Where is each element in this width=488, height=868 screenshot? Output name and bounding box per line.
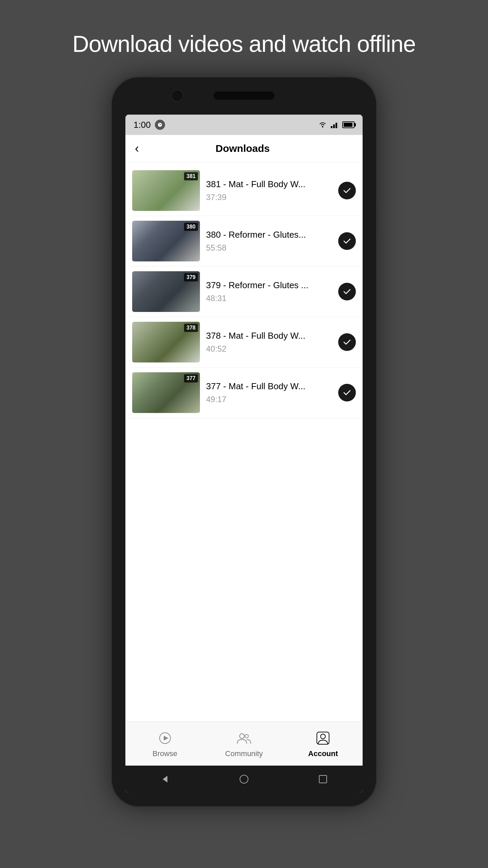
- volume-up-button: [109, 179, 112, 203]
- video-badge: 381: [184, 172, 198, 180]
- video-info: 379 - Reformer - Glutes ... 48:31: [206, 280, 332, 303]
- video-title: 380 - Reformer - Glutes...: [206, 230, 332, 240]
- svg-point-8: [240, 734, 244, 738]
- download-item[interactable]: 377 377 - Mat - Full Body W... 49:17: [125, 368, 363, 418]
- video-badge: 380: [184, 223, 198, 231]
- bottom-nav: Browse Community: [125, 722, 363, 766]
- video-duration: 55:58: [206, 243, 332, 253]
- status-time: 1:00: [134, 120, 151, 130]
- account-label: Account: [308, 749, 338, 758]
- svg-rect-3: [333, 124, 335, 128]
- nav-item-account[interactable]: Account: [303, 730, 343, 758]
- battery-icon: [342, 121, 354, 128]
- downloaded-check-icon: [338, 333, 356, 351]
- video-duration: 48:31: [206, 294, 332, 303]
- power-button: [376, 206, 379, 233]
- android-recents-btn[interactable]: [314, 771, 331, 788]
- video-info: 377 - Mat - Full Body W... 49:17: [206, 381, 332, 404]
- notification-icon: [155, 120, 165, 130]
- video-duration: 49:17: [206, 395, 332, 404]
- app-header: ‹ Downloads: [125, 135, 363, 162]
- downloaded-check-icon: [338, 384, 356, 401]
- downloaded-check-icon: [338, 182, 356, 199]
- video-thumbnail: 380: [132, 221, 200, 261]
- signal-icon: [331, 121, 339, 128]
- community-label: Community: [225, 749, 263, 758]
- downloaded-check-icon: [338, 232, 356, 250]
- video-title: 378 - Mat - Full Body W...: [206, 331, 332, 341]
- phone-screen: 1:00: [125, 115, 363, 793]
- video-thumbnail: 381: [132, 170, 200, 211]
- status-right: [318, 121, 354, 129]
- download-item[interactable]: 378 378 - Mat - Full Body W... 40:52: [125, 317, 363, 368]
- android-back-btn[interactable]: [157, 771, 174, 788]
- video-title: 377 - Mat - Full Body W...: [206, 381, 332, 392]
- wifi-icon: [318, 121, 327, 129]
- android-nav: [125, 766, 363, 793]
- nav-item-browse[interactable]: Browse: [145, 730, 185, 758]
- video-thumbnail: 379: [132, 271, 200, 312]
- video-info: 381 - Mat - Full Body W... 37:39: [206, 179, 332, 202]
- video-badge: 379: [184, 273, 198, 281]
- video-duration: 40:52: [206, 344, 332, 354]
- video-title: 381 - Mat - Full Body W...: [206, 179, 332, 190]
- phone-frame: 1:00: [112, 77, 376, 806]
- phone-speaker: [214, 92, 274, 100]
- svg-rect-2: [331, 126, 332, 128]
- download-item[interactable]: 380 380 - Reformer - Glutes... 55:58: [125, 216, 363, 267]
- svg-rect-14: [319, 775, 327, 783]
- video-info: 380 - Reformer - Glutes... 55:58: [206, 230, 332, 252]
- account-icon: [314, 730, 331, 747]
- community-icon: [236, 730, 252, 747]
- svg-marker-7: [164, 736, 168, 741]
- volume-down-button: [109, 210, 112, 243]
- downloaded-check-icon: [338, 283, 356, 300]
- browse-label: Browse: [152, 749, 177, 758]
- page-headline: Download videos and watch offline: [73, 31, 416, 57]
- back-button[interactable]: ‹: [135, 141, 139, 156]
- video-duration: 37:39: [206, 193, 332, 202]
- svg-rect-4: [336, 123, 337, 128]
- video-title: 379 - Reformer - Glutes ...: [206, 280, 332, 291]
- video-badge: 378: [184, 324, 198, 332]
- video-badge: 377: [184, 374, 198, 382]
- android-home-btn[interactable]: [236, 771, 252, 788]
- status-left: 1:00: [134, 120, 165, 130]
- header-title: Downloads: [146, 143, 340, 154]
- svg-point-13: [240, 775, 248, 783]
- video-thumbnail: 378: [132, 322, 200, 362]
- status-bar: 1:00: [125, 115, 363, 135]
- svg-point-9: [245, 734, 248, 738]
- download-item[interactable]: 379 379 - Reformer - Glutes ... 48:31: [125, 267, 363, 317]
- phone-camera: [171, 90, 183, 102]
- video-thumbnail: 377: [132, 372, 200, 413]
- svg-rect-5: [338, 121, 339, 128]
- svg-point-1: [322, 126, 323, 127]
- browse-icon: [157, 730, 174, 747]
- download-item[interactable]: 381 381 - Mat - Full Body W... 37:39: [125, 165, 363, 216]
- video-info: 378 - Mat - Full Body W... 40:52: [206, 331, 332, 353]
- nav-item-community[interactable]: Community: [224, 730, 264, 758]
- svg-marker-12: [163, 776, 167, 783]
- app-content: ‹ Downloads 381 381 - Mat - Full Body W.…: [125, 135, 363, 766]
- svg-point-11: [321, 734, 325, 739]
- downloads-list: 381 381 - Mat - Full Body W... 37:39 380…: [125, 162, 363, 722]
